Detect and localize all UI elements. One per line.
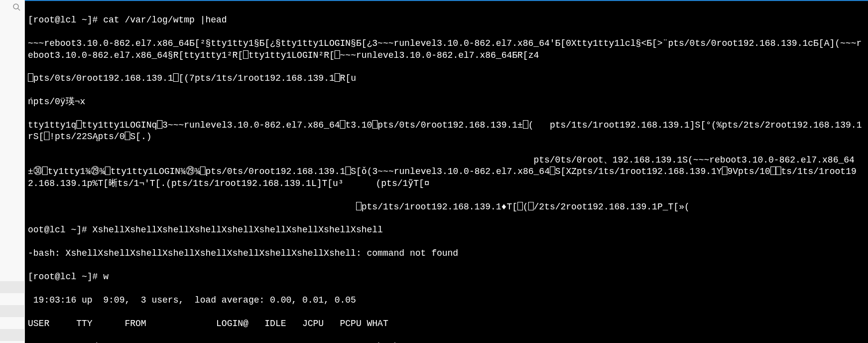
- terminal-line: [root@lcl ~]# cat /var/log/wtmp |head: [28, 14, 865, 26]
- terminal-line: ⎕pts/1ts/1root192.168.139.1♦T[⎕(⎕/2ts/2r…: [28, 201, 865, 213]
- svg-point-0: [13, 4, 18, 9]
- svg-line-1: [18, 8, 20, 10]
- terminal-line: ńpts/0ÿ瑛¬x: [28, 96, 865, 108]
- w-header-line: USER TTY FROM LOGIN@ IDLE JCPU PCPU WHAT: [28, 318, 865, 330]
- terminal-line: oot@lcl ~]# XshellXshellXshellXshellXshe…: [28, 224, 865, 236]
- search-icon[interactable]: [12, 3, 20, 11]
- gutter-stripe: [0, 281, 25, 293]
- terminal-line: 19:03:16 up 9:09, 3 users, load average:…: [28, 295, 865, 306]
- terminal-line: -bash: XshellXshellXshellXshellXshellXsh…: [28, 248, 865, 259]
- terminal-line: pts/0ts/0root、192.168.139.1S(~~~reboot3.…: [28, 155, 865, 189]
- terminal-line: [root@lcl ~]# w: [28, 271, 865, 283]
- terminal-line: ~~~reboot3.10.0-862.el7.x86_64Б[²§tty1tt…: [28, 38, 865, 61]
- terminal-line: ⎕pts/0ts/0root192.168.139.1⎕[(7pts/1ts/1…: [28, 73, 865, 84]
- gutter-stripe: [0, 305, 25, 317]
- terminal-line: tty1tty1q⎕tty1tty1LOGINq⎕3~~~runlevel3.1…: [28, 120, 865, 143]
- w-row: root pts/0 192.168.139.1 09:54 1:43m 2.4…: [28, 341, 865, 343]
- gutter-stripe: [0, 329, 25, 341]
- terminal-output[interactable]: [root@lcl ~]# cat /var/log/wtmp |head ~~…: [25, 0, 868, 343]
